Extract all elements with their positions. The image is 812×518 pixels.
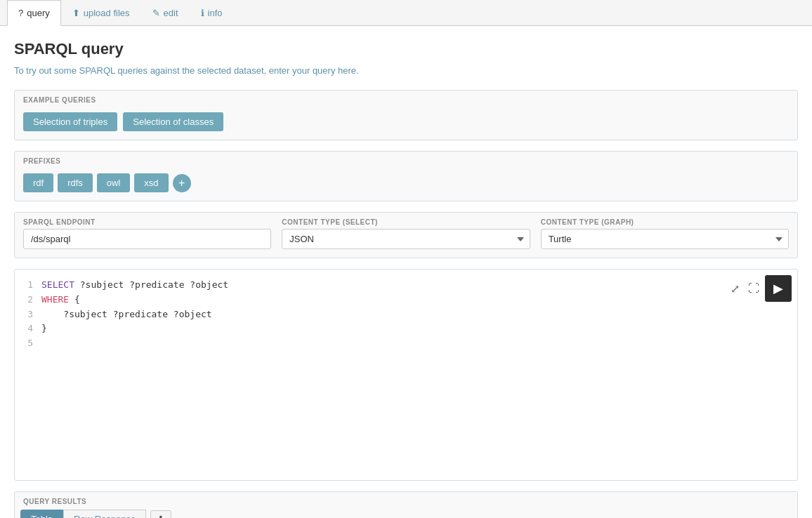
sparql-endpoint-label: Sparql Endpoint — [23, 218, 271, 226]
tab-query[interactable]: ? query — [7, 0, 61, 26]
tab-table[interactable]: Table — [20, 510, 63, 518]
results-header-label: Query Results — [15, 492, 797, 505]
results-tabs: Table Raw Response ⬇ — [15, 505, 797, 518]
example-queries-buttons: Selection of triples Selection of classe… — [23, 112, 789, 131]
page-title: SPARQL query — [14, 40, 798, 58]
expand-icon-button[interactable]: ⛶ — [745, 281, 762, 296]
prefix-rdf-button[interactable]: rdf — [23, 173, 53, 192]
code-editor[interactable]: 1 2 3 4 5 SELECT ?subject ?predicate ?ob… — [15, 270, 797, 480]
share-icon: ⤢ — [731, 283, 740, 295]
download-results-button[interactable]: ⬇ — [150, 510, 171, 519]
edit-icon: ✎ — [152, 8, 160, 18]
endpoint-body: Sparql Endpoint Content Type (Select) JS… — [15, 213, 797, 258]
code-content[interactable]: SELECT ?subject ?predicate ?object WHERE… — [41, 278, 792, 472]
code-line-3: ?subject ?predicate ?object — [41, 307, 792, 322]
add-prefix-button[interactable]: + — [173, 174, 191, 192]
tab-query-label: query — [27, 8, 50, 18]
example-queries-label: Example Queries — [15, 91, 797, 107]
code-line-1: SELECT ?subject ?predicate ?object — [41, 278, 792, 293]
sparql-endpoint-group: Sparql Endpoint — [23, 218, 271, 249]
upload-icon: ⬆ — [72, 8, 80, 18]
content-type-select-group: Content Type (Select) JSON XML CSV TSV — [282, 218, 530, 249]
info-icon: ℹ — [201, 8, 204, 18]
content-type-graph-label: Content Type (Graph) — [541, 218, 789, 226]
code-line-4: } — [41, 321, 792, 336]
editor-toolbar: ⤢ ⛶ ▶ — [728, 275, 792, 302]
sparql-endpoint-input[interactable] — [23, 229, 271, 249]
run-query-button[interactable]: ▶ — [765, 275, 792, 302]
content-type-graph-input[interactable]: Turtle RDF/XML N-Triples JSON-LD — [541, 229, 789, 249]
code-line-2: WHERE { — [41, 293, 792, 307]
tab-upload[interactable]: ⬆ upload files — [61, 0, 141, 26]
expand-icon: ⛶ — [748, 282, 759, 294]
prefix-rdfs-button[interactable]: rdfs — [58, 173, 93, 192]
content-type-select-input[interactable]: JSON XML CSV TSV — [282, 229, 530, 249]
tab-edit-label: edit — [164, 8, 178, 18]
endpoint-form-row: Sparql Endpoint Content Type (Select) JS… — [23, 218, 789, 249]
code-line-5 — [41, 336, 792, 351]
tab-info-label: info — [208, 8, 223, 18]
prefix-buttons-group: rdf rdfs owl xsd + — [23, 173, 789, 192]
play-icon: ▶ — [773, 281, 783, 296]
nav-tabs: ? query ⬆ upload files ✎ edit ℹ info — [0, 0, 812, 26]
page-subtitle: To try out some SPARQL queries against t… — [14, 65, 798, 76]
download-icon: ⬇ — [157, 514, 165, 519]
tab-info[interactable]: ℹ info — [190, 0, 234, 26]
selection-classes-button[interactable]: Selection of classes — [123, 112, 223, 131]
example-queries-body: Selection of triples Selection of classe… — [15, 107, 797, 140]
prefix-owl-button[interactable]: owl — [97, 173, 131, 192]
tab-raw-response[interactable]: Raw Response — [63, 510, 146, 518]
endpoint-panel: Sparql Endpoint Content Type (Select) JS… — [14, 212, 798, 258]
main-content: SPARQL query To try out some SPARQL quer… — [0, 26, 812, 518]
results-panel: Query Results Table Raw Response ⬇ — [14, 491, 798, 518]
share-icon-button[interactable]: ⤢ — [728, 281, 742, 297]
tab-edit[interactable]: ✎ edit — [141, 0, 190, 26]
editor-panel: ⤢ ⛶ ▶ 1 2 3 4 5 SELECT ?subject ?predica… — [14, 269, 798, 481]
content-type-graph-group: Content Type (Graph) Turtle RDF/XML N-Tr… — [541, 218, 789, 249]
prefixes-body: rdf rdfs owl xsd + — [15, 168, 797, 201]
prefixes-label: Prefixes — [15, 152, 797, 168]
tab-upload-label: upload files — [84, 8, 130, 18]
selection-triples-button[interactable]: Selection of triples — [23, 112, 117, 131]
line-numbers: 1 2 3 4 5 — [20, 278, 41, 472]
question-circle-icon: ? — [18, 8, 23, 18]
prefixes-panel: Prefixes rdf rdfs owl xsd + — [14, 151, 798, 201]
prefix-xsd-button[interactable]: xsd — [134, 173, 168, 192]
content-type-select-label: Content Type (Select) — [282, 218, 530, 226]
example-queries-panel: Example Queries Selection of triples Sel… — [14, 90, 798, 140]
